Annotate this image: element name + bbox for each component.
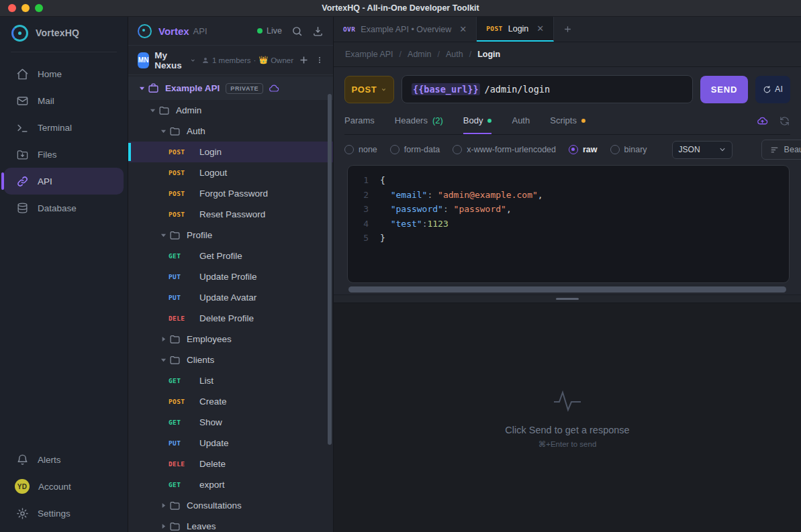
breadcrumb-item-example-api[interactable]: Example API xyxy=(345,50,393,59)
close-window-button[interactable] xyxy=(8,4,16,12)
new-tab-button[interactable] xyxy=(554,17,581,42)
collection-example-api[interactable]: Example APIPRIVATE xyxy=(128,76,333,100)
request-tab-body[interactable]: Body xyxy=(463,108,492,134)
code-token: : xyxy=(422,217,428,231)
folder-clients[interactable]: Clients xyxy=(128,350,333,370)
line-number: 3 xyxy=(348,202,380,217)
request-login[interactable]: POSTLogin xyxy=(128,142,333,162)
code-token xyxy=(380,188,391,203)
request-get-profile[interactable]: GETGet Profile xyxy=(128,246,333,266)
sidebar-item-mail[interactable]: Mail xyxy=(4,87,124,114)
body-format-select[interactable]: JSON xyxy=(672,141,733,159)
sidebar-item-files[interactable]: Files xyxy=(4,141,124,168)
chevron-right-icon[interactable] xyxy=(158,336,169,343)
method-badge: POST xyxy=(169,169,193,176)
sidebar-item-terminal[interactable]: Terminal xyxy=(4,114,124,141)
ai-button[interactable]: AI xyxy=(755,76,790,103)
folder-admin[interactable]: Admin xyxy=(128,100,333,121)
request-update[interactable]: PUTUpdate xyxy=(128,433,333,454)
splitter-handle xyxy=(556,298,579,301)
request-show[interactable]: GETShow xyxy=(128,412,333,433)
tree-item-label: Create xyxy=(199,396,227,407)
line-number: 4 xyxy=(348,217,380,231)
minimize-window-button[interactable] xyxy=(21,4,30,12)
sidebar-item-settings[interactable]: Settings xyxy=(4,500,124,527)
workspace-members: 1 members xyxy=(212,56,251,64)
response-empty-message: Click Send to get a response xyxy=(505,425,629,435)
body-editor[interactable]: 1{2 "email": "admin@example.com",3 "pass… xyxy=(347,165,790,283)
request-tab-scripts[interactable]: Scripts xyxy=(550,108,585,134)
request-forgot-password[interactable]: POSTForgot Password xyxy=(128,183,333,204)
body-type-raw[interactable]: raw xyxy=(569,145,598,154)
chevron-down-icon[interactable] xyxy=(158,232,169,239)
tree-item-label: Clients xyxy=(187,355,214,365)
tree-item-label: Login xyxy=(199,147,222,157)
body-type-binary[interactable]: binary xyxy=(610,145,647,154)
method-select-button[interactable]: POST xyxy=(344,76,394,103)
close-tab-icon[interactable]: ✕ xyxy=(459,24,467,34)
chevron-down-icon[interactable] xyxy=(136,85,148,92)
sidebar-item-database[interactable]: Database xyxy=(4,195,124,221)
chevron-right-icon[interactable] xyxy=(158,502,169,509)
cloud-save-icon[interactable] xyxy=(757,115,768,127)
tab-example-api-overview[interactable]: OVR Example API • Overview ✕ xyxy=(334,17,477,42)
folder-leaves[interactable]: Leaves xyxy=(128,516,333,532)
radio-icon xyxy=(569,145,578,154)
folder-employees[interactable]: Employees xyxy=(128,329,333,350)
import-download-icon[interactable] xyxy=(312,25,324,37)
breadcrumb-item-admin[interactable]: Admin xyxy=(408,50,431,59)
body-type-label: binary xyxy=(624,145,647,154)
sidebar-item-alerts[interactable]: Alerts xyxy=(4,446,124,473)
search-icon[interactable] xyxy=(291,25,303,37)
chevron-down-icon[interactable] xyxy=(158,128,169,135)
mail-icon xyxy=(16,95,29,107)
panel-splitter[interactable] xyxy=(334,295,801,303)
request-update-avatar[interactable]: PUTUpdate Avatar xyxy=(128,287,333,308)
request-tab-headers[interactable]: Headers(2) xyxy=(395,108,443,134)
method-badge: POST xyxy=(169,398,193,405)
tab-login[interactable]: POST Login ✕ xyxy=(477,17,554,42)
request-delete[interactable]: DELEDelete xyxy=(128,454,333,474)
body-type-form-data[interactable]: form-data xyxy=(390,145,440,154)
chevron-down-icon[interactable] xyxy=(158,357,169,364)
chevron-down-icon[interactable] xyxy=(147,107,158,114)
body-type-x-www-form-urlencoded[interactable]: x-www-form-urlencoded xyxy=(453,145,556,154)
workspace-row[interactable]: MN My Nexus 1 members · 👑 Owner xyxy=(128,46,333,75)
tree-scrollbar[interactable] xyxy=(328,94,332,445)
request-list[interactable]: GETList xyxy=(128,370,333,391)
method-badge: POST xyxy=(169,211,193,218)
request-tab-auth[interactable]: Auth xyxy=(512,108,530,134)
editor-hscrollbar-thumb[interactable] xyxy=(348,286,786,292)
folder-consultations[interactable]: Consultations xyxy=(128,495,333,516)
chevron-down-icon[interactable] xyxy=(190,56,196,64)
breadcrumb-item-login[interactable]: Login xyxy=(477,50,500,59)
request-update-profile[interactable]: PUTUpdate Profile xyxy=(128,266,333,287)
request-logout[interactable]: POSTLogout xyxy=(128,162,333,183)
sidebar-item-account[interactable]: YDAccount xyxy=(4,473,124,500)
breadcrumb-item-auth[interactable]: Auth xyxy=(446,50,463,59)
add-icon[interactable] xyxy=(299,55,309,65)
sync-icon[interactable] xyxy=(779,115,790,127)
send-button[interactable]: SEND xyxy=(700,76,748,103)
folder-profile[interactable]: Profile xyxy=(128,225,333,246)
code-token xyxy=(380,217,391,231)
request-export[interactable]: GETexport xyxy=(128,474,333,495)
chevron-right-icon[interactable] xyxy=(158,523,169,530)
url-input[interactable]: {{base_url}} /admin/login xyxy=(402,75,693,103)
close-tab-icon[interactable]: ✕ xyxy=(536,23,544,34)
folder-auth[interactable]: Auth xyxy=(128,121,333,142)
request-reset-password[interactable]: POSTReset Password xyxy=(128,204,333,225)
sidebar-item-home[interactable]: Home xyxy=(4,60,124,87)
body-type-none[interactable]: none xyxy=(344,145,377,154)
kebab-menu-icon[interactable] xyxy=(316,55,324,65)
request-tab-params[interactable]: Params xyxy=(344,108,375,134)
beautify-button[interactable]: Beautify xyxy=(761,140,801,160)
sidebar-item-api[interactable]: API xyxy=(4,168,124,195)
code-token: : xyxy=(427,188,438,203)
zoom-window-button[interactable] xyxy=(35,4,43,12)
vortexhq-logo-icon xyxy=(11,25,28,42)
activity-pulse-icon xyxy=(550,387,585,414)
live-status-label: Live xyxy=(267,26,282,36)
request-create[interactable]: POSTCreate xyxy=(128,391,333,412)
request-delete-profile[interactable]: DELEDelete Profile xyxy=(128,308,333,329)
